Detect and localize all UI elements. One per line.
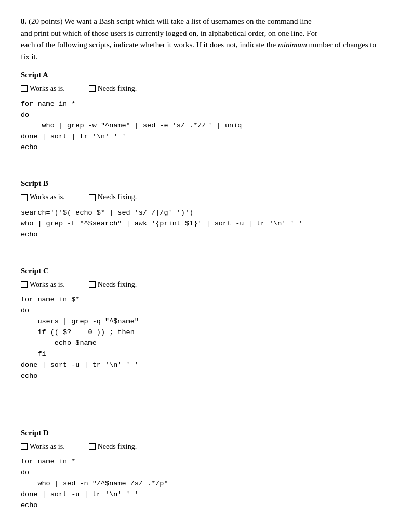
- script-a-works-checkbox[interactable]: Works as is.: [21, 84, 65, 94]
- script-a-works-label: Works as is.: [30, 84, 65, 94]
- checkbox-d-works[interactable]: [21, 443, 28, 450]
- question-points: (20 points): [29, 17, 62, 25]
- script-b-works-label: Works as is.: [30, 192, 65, 203]
- script-a-code: for name in * do who | grep -w "^name" |…: [21, 99, 378, 154]
- script-b-checkboxes: Works as is. Needs fixing.: [21, 192, 378, 203]
- script-section-c: Script C Works as is. Needs fixing. for …: [21, 265, 378, 382]
- script-section-a: Script A Works as is. Needs fixing. for …: [21, 70, 378, 153]
- script-c-code: for name in $* do users | grep -q "^$nam…: [21, 295, 378, 381]
- script-b-needs-label: Needs fixing.: [98, 192, 137, 203]
- question-desc3: each of the following scripts, indicate …: [21, 41, 276, 49]
- checkbox-b-works[interactable]: [21, 194, 28, 201]
- script-c-checkboxes: Works as is. Needs fixing.: [21, 280, 378, 290]
- script-c-label: Script C: [21, 265, 378, 276]
- checkbox-a-works[interactable]: [21, 85, 28, 92]
- question-container: 8. (20 points) We want a Bash script whi…: [21, 16, 378, 511]
- script-b-needs-checkbox[interactable]: Needs fixing.: [89, 192, 137, 203]
- checkbox-d-needs[interactable]: [89, 443, 96, 450]
- question-desc2: and print out which of those users is cu…: [21, 29, 317, 37]
- question-desc-italic: minimum: [278, 41, 307, 49]
- checkbox-a-needs[interactable]: [89, 85, 96, 92]
- script-c-works-checkbox[interactable]: Works as is.: [21, 280, 65, 290]
- script-b-code: search='('$( echo $* | sed 's/ /|/g' ')'…: [21, 208, 378, 241]
- script-section-d: Script D Works as is. Needs fixing. for …: [21, 428, 378, 511]
- script-a-needs-checkbox[interactable]: Needs fixing.: [89, 84, 137, 94]
- script-a-label: Script A: [21, 70, 378, 81]
- script-c-needs-checkbox[interactable]: Needs fixing.: [89, 280, 137, 290]
- script-d-needs-label: Needs fixing.: [98, 442, 137, 452]
- question-desc1: We want a Bash script which will take a …: [64, 17, 312, 25]
- script-d-checkboxes: Works as is. Needs fixing.: [21, 442, 378, 452]
- script-section-b: Script B Works as is. Needs fixing. sear…: [21, 178, 378, 240]
- script-d-needs-checkbox[interactable]: Needs fixing.: [89, 442, 137, 452]
- script-d-works-label: Works as is.: [30, 442, 65, 452]
- checkbox-c-works[interactable]: [21, 281, 28, 288]
- script-c-works-label: Works as is.: [30, 280, 65, 290]
- question-number: 8.: [21, 17, 26, 25]
- script-a-needs-label: Needs fixing.: [98, 84, 137, 94]
- checkbox-b-needs[interactable]: [89, 194, 96, 201]
- script-d-code: for name in * do who | sed -n "/^$name /…: [21, 457, 378, 511]
- script-c-needs-label: Needs fixing.: [98, 280, 137, 290]
- question-header: 8. (20 points) We want a Bash script whi…: [21, 16, 378, 62]
- script-d-label: Script D: [21, 428, 378, 438]
- script-a-checkboxes: Works as is. Needs fixing.: [21, 84, 378, 94]
- checkbox-c-needs[interactable]: [89, 281, 96, 288]
- script-d-works-checkbox[interactable]: Works as is.: [21, 442, 65, 452]
- script-b-label: Script B: [21, 178, 378, 189]
- script-b-works-checkbox[interactable]: Works as is.: [21, 192, 65, 203]
